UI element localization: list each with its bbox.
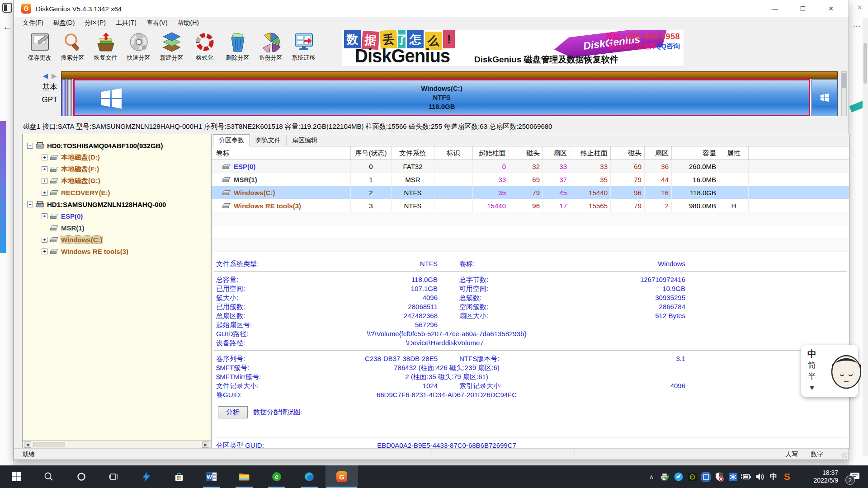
format-button[interactable]: 格式化: [188, 29, 221, 67]
partition-block-re-tools[interactable]: [811, 79, 838, 116]
sogou-tray-icon[interactable]: S: [780, 465, 794, 488]
menu-view[interactable]: 查看(V): [142, 19, 173, 27]
intel-graphics-tray-icon[interactable]: [699, 465, 712, 488]
tree-item-windows-re[interactable]: Windows RE tools(3): [23, 245, 211, 257]
power-battery-tray-icon[interactable]: [740, 465, 753, 488]
menu-help[interactable]: 帮助(H): [173, 19, 204, 27]
expand-icon[interactable]: [42, 155, 47, 160]
ime-language-indicator[interactable]: 中: [767, 465, 780, 488]
scroll-right-icon[interactable]: [202, 441, 209, 448]
table-row-esp[interactable]: ESP(0) 0 FAT32 0 32 33 33 69 36 260.0MB: [212, 160, 849, 173]
background-close-icon[interactable]: [857, 4, 863, 12]
partition-block-esp[interactable]: [61, 79, 66, 116]
scrollbar-thumb[interactable]: [863, 43, 867, 84]
collapse-icon[interactable]: [27, 143, 33, 149]
save-changes-button[interactable]: 保存更改: [23, 29, 56, 67]
tree-item-hd1[interactable]: HD1:SAMSUNGMZNLN128HAHQ-000: [23, 198, 211, 210]
expand-icon[interactable]: [42, 190, 47, 196]
tree-item-local-g[interactable]: 本地磁盘(G:): [23, 175, 211, 187]
tree-item-hd0[interactable]: HD0:TOSHIBAMQ04ABF100(932GB): [23, 140, 211, 151]
action-center-button[interactable]: 2: [842, 465, 868, 488]
backup-partition-button[interactable]: 备份分区: [254, 29, 287, 67]
expand-icon[interactable]: [42, 166, 47, 172]
diskgenius-taskbar-button[interactable]: G: [326, 465, 358, 488]
scrollbar-thumb[interactable]: [33, 442, 65, 447]
scroll-left-icon[interactable]: [24, 441, 31, 448]
partition-block-msr[interactable]: [67, 79, 72, 116]
status-capslock: 大写: [785, 450, 798, 459]
expand-icon[interactable]: [42, 213, 47, 219]
security-shield-tray-icon[interactable]: [712, 465, 726, 488]
tree-item-windows-c[interactable]: Windows(C:): [23, 234, 211, 245]
file-explorer-button[interactable]: [228, 465, 260, 488]
cortana-button[interactable]: [65, 465, 98, 488]
tree-item-recovery-e[interactable]: RECOVERY(E:): [23, 187, 211, 198]
taskbar-search-button[interactable]: [33, 465, 65, 488]
more-options-icon[interactable]: [853, 20, 861, 29]
resize-grip[interactable]: [841, 452, 847, 458]
snowflake-tray-icon[interactable]: [726, 465, 740, 488]
ad-qq-link[interactable]: 或点击此处选择QQ咨询: [605, 42, 680, 51]
quick-partition-button[interactable]: 快速分区: [122, 29, 155, 67]
expand-icon[interactable]: [42, 178, 47, 184]
next-disk-icon[interactable]: [48, 72, 57, 80]
volume-tray-icon[interactable]: [753, 465, 767, 488]
browser-360-button[interactable]: e: [260, 465, 293, 488]
word-button[interactable]: W: [195, 465, 228, 488]
table-row-windows-re[interactable]: Windows RE tools(3) 3 NTFS 15440 96 17 1…: [212, 199, 849, 212]
tray-expand-icon[interactable]: [645, 465, 658, 488]
tree-item-msr[interactable]: MSR(1): [23, 222, 211, 234]
edge-button[interactable]: [293, 465, 326, 488]
task-view-button[interactable]: [98, 465, 130, 488]
system-migrate-button[interactable]: 系统迁移: [287, 29, 320, 67]
bird-app-tray-icon[interactable]: [672, 465, 685, 488]
title-bar[interactable]: G DiskGenius V5.4.3.1342 x64: [14, 0, 849, 17]
expand-icon[interactable]: [42, 249, 47, 254]
menu-tools[interactable]: 工具(T): [111, 19, 142, 27]
table-row-windows-c-selected[interactable]: Windows(C:) 2 NTFS 35 79 45 15440 96 16 …: [212, 186, 849, 199]
tree-item-local-d[interactable]: 本地磁盘(D:): [23, 151, 211, 163]
minimize-button[interactable]: [761, 0, 789, 17]
ime-mode-chinese[interactable]: 中: [807, 348, 816, 360]
tree-item-label-selected: Windows(C:): [61, 236, 103, 244]
partition-block-windows-c[interactable]: Windows(C:) NTFS 118.0GB: [73, 79, 810, 116]
sogou-ime-panel[interactable]: 中 简 半: [801, 345, 858, 397]
scrollbar-thumb[interactable]: [842, 73, 846, 88]
expand-icon[interactable]: [42, 237, 47, 243]
new-partition-icon: [161, 32, 182, 52]
delete-partition-button[interactable]: 删除分区: [221, 29, 254, 67]
close-button[interactable]: [817, 0, 845, 17]
maximize-button[interactable]: [789, 0, 817, 17]
new-partition-button[interactable]: 新建分区: [155, 29, 188, 67]
tab-partition-params[interactable]: 分区参数: [213, 134, 250, 146]
menu-disk[interactable]: 磁盘(D): [48, 19, 80, 27]
ad-banner[interactable]: 数 据 丢 了 怎 么 ! DiskGenius DiskGenius 致电: …: [342, 30, 684, 67]
thunder-app-button[interactable]: [130, 465, 163, 488]
heart-icon[interactable]: [807, 382, 816, 393]
recover-files-button[interactable]: 恢复文件: [89, 29, 122, 67]
table-row-msr[interactable]: MSR(1) 1 MSR 33 69 37 35 79 44 16.0MB: [212, 173, 849, 186]
start-button[interactable]: [0, 465, 33, 488]
disk-list-scrollbar[interactable]: [841, 71, 847, 116]
collapse-icon[interactable]: [27, 202, 33, 207]
volume-icon: [50, 155, 58, 160]
browser-window-icon[interactable]: [2, 3, 12, 13]
analyze-button[interactable]: 分析: [218, 406, 248, 418]
tab-browse-files[interactable]: 浏览文件: [250, 135, 287, 146]
show-desktop-divider[interactable]: [865, 469, 865, 484]
tree-item-local-f[interactable]: 本地磁盘(F:): [23, 163, 211, 175]
back-arrow-icon[interactable]: [3, 22, 12, 32]
microsoft-store-button[interactable]: [163, 465, 195, 488]
prev-disk-icon[interactable]: [42, 72, 48, 80]
ime-mode-simplified[interactable]: 简: [807, 360, 816, 371]
tree-item-esp[interactable]: ESP(0): [23, 210, 211, 222]
tab-sector-edit[interactable]: 扇区编辑: [287, 135, 323, 146]
search-partition-button[interactable]: 搜索分区: [56, 29, 89, 67]
taskbar-clock[interactable]: 18:37 2022/5/9: [798, 469, 838, 484]
tree-horizontal-scrollbar[interactable]: [23, 440, 211, 448]
menu-file[interactable]: 文件(F): [18, 19, 48, 27]
printer-tray-icon[interactable]: [658, 465, 672, 488]
ime-mode-halfwidth[interactable]: 半: [807, 371, 816, 382]
nvidia-tray-icon[interactable]: [685, 465, 699, 488]
menu-partition[interactable]: 分区(P): [80, 19, 111, 27]
